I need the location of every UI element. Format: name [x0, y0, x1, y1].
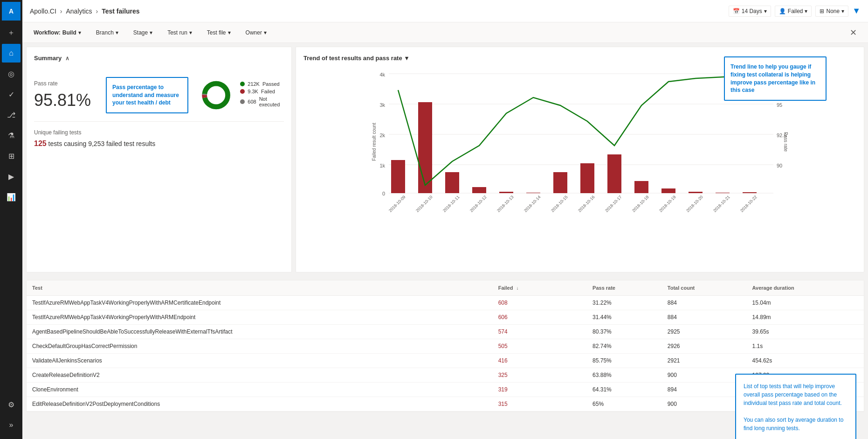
table-row[interactable]: ValidateAllJenkinsScenarios 416 85.75% 2… [27, 354, 864, 368]
cell-arrow [562, 310, 587, 325]
person-icon: 👤 [779, 8, 786, 14]
legend-passed: 212K Passed [240, 81, 284, 87]
sidebar-code-icon[interactable]: ◎ [2, 64, 21, 83]
svg-text:3k: 3k [379, 102, 385, 108]
trend-annotation: Trend line to help you gauge if fixing t… [724, 56, 827, 101]
bar-8 [607, 154, 621, 193]
days-chevron-icon: ▾ [764, 8, 767, 14]
workflow-chevron-icon: ▾ [78, 29, 81, 36]
failed-dot [240, 89, 245, 94]
breadcrumb-sep-1: › [60, 7, 62, 15]
cell-arrow [562, 368, 587, 383]
stage-filter[interactable]: Stage ▾ [130, 28, 156, 38]
col-total[interactable]: Total count [662, 280, 747, 296]
col-avg-dur[interactable]: Average duration [747, 280, 864, 296]
close-button[interactable]: ✕ [846, 25, 861, 40]
testfile-label: Test file [207, 29, 226, 36]
col-failed[interactable]: Failed ↓ [493, 280, 563, 296]
cell-test: TestIfAzureRMWebAppTaskV4WorkingProperly… [27, 310, 493, 325]
cell-avg-dur: 15.04m [747, 296, 864, 310]
sidebar-git-icon[interactable]: ⎇ [2, 105, 21, 124]
table-row[interactable]: TestIfAzureRMWebAppTaskV4WorkingProperly… [27, 296, 864, 310]
svg-text:1k: 1k [379, 163, 385, 168]
bar-11 [689, 192, 703, 193]
sidebar-analytics-icon[interactable]: 📊 [2, 188, 21, 206]
app-logo[interactable]: A [2, 2, 21, 21]
trend-card: Trend of test results and pass rate ▾ Tr… [296, 47, 864, 272]
sidebar-flask-icon[interactable]: ⚗ [2, 126, 21, 145]
cell-total: 884 [662, 296, 747, 310]
testfile-filter[interactable]: Test file ▾ [203, 28, 234, 38]
breadcrumb-analytics[interactable]: Analytics [66, 7, 92, 15]
days-filter-btn[interactable]: 📅 14 Days ▾ [729, 6, 771, 17]
stage-label: Stage [133, 29, 148, 36]
notexec-dot [240, 99, 245, 104]
testrun-filter[interactable]: Test run ▾ [164, 28, 196, 38]
status-filter-btn[interactable]: 👤 Failed ▾ [775, 6, 812, 17]
bar-2 [445, 172, 459, 193]
sidebar-check-icon[interactable]: ✓ [2, 85, 21, 104]
topbar: Apollo.CI › Analytics › Test failures 📅 … [22, 0, 868, 22]
trend-dropdown-icon[interactable]: ▾ [405, 55, 408, 62]
collapse-icon[interactable]: ∧ [65, 55, 69, 62]
bar-7 [580, 163, 594, 193]
pass-rate-annotation: Pass percentage to understand and measur… [106, 77, 188, 113]
cell-failed: 505 [493, 339, 563, 354]
table-row[interactable]: CheckDefaultGroupHasCorrectPermission 50… [27, 339, 864, 354]
cell-failed: 608 [493, 296, 563, 310]
days-filter-label: 14 Days [742, 8, 762, 14]
breadcrumb-current: Test failures [102, 7, 139, 15]
branch-chevron-icon: ▾ [116, 29, 118, 36]
pass-rate-label: Pass rate [34, 80, 91, 87]
annotation-subtitle: You can also sort by average duration to… [744, 416, 848, 432]
cell-pass-rate: 85.75% [587, 354, 662, 368]
pass-rate-section: Pass rate 95.81% Pass percentage to unde… [34, 69, 284, 122]
summary-card: Summary ∧ Pass rate 95.81% Pass percenta… [26, 47, 292, 272]
sidebar-layers-icon[interactable]: ⊞ [2, 146, 21, 165]
chart-legend: 212K Passed 9.3K Failed 608 Not executed [240, 81, 284, 109]
cell-pass-rate: 31.22% [587, 296, 662, 310]
cell-total: 884 [662, 310, 747, 325]
svg-text:2018-10-10: 2018-10-10 [415, 195, 434, 213]
table-row[interactable]: TestIfAzureRMWebAppTaskV4WorkingProperly… [27, 310, 864, 325]
unique-section: Unique failing tests 125 tests causing 9… [34, 129, 284, 148]
cell-arrow [562, 296, 587, 310]
sidebar: A ＋ ⌂ ◎ ✓ ⎇ ⚗ ⊞ ▶ 📊 ⚙ » [0, 0, 22, 439]
notexec-count: 608 [248, 99, 256, 105]
testfile-chevron-icon: ▾ [228, 29, 231, 36]
branch-filter[interactable]: Branch ▾ [92, 28, 122, 38]
cell-pass-rate: 65% [587, 397, 662, 411]
svg-text:2018-10-17: 2018-10-17 [604, 195, 623, 213]
cell-test: EditReleaseDefinitionV2PostDeploymentCon… [27, 397, 493, 411]
testrun-label: Test run [167, 29, 187, 36]
cell-arrow [562, 325, 587, 339]
sidebar-collapse-icon[interactable]: » [2, 416, 21, 434]
workflow-filter[interactable]: Workflow: Build ▾ [30, 28, 85, 38]
sidebar-settings-icon[interactable]: ⚙ [2, 395, 21, 414]
sidebar-plus-icon[interactable]: ＋ [2, 23, 21, 42]
summary-title: Summary [34, 55, 62, 62]
bar-6 [553, 172, 567, 193]
svg-text:2018-10-15: 2018-10-15 [550, 195, 569, 213]
cell-arrow [562, 354, 587, 368]
filter-funnel-icon[interactable]: ▼ [852, 6, 861, 16]
sidebar-home-icon[interactable]: ⌂ [2, 44, 21, 63]
pass-rate-block: Pass rate 95.81% [34, 80, 91, 110]
failed-count-legend: 9.3K [248, 89, 258, 94]
breadcrumb-app[interactable]: Apollo.CI [30, 7, 56, 15]
svg-text:2018-10-09: 2018-10-09 [388, 195, 406, 213]
sidebar-deploy-icon[interactable]: ▶ [2, 167, 21, 186]
owner-filter[interactable]: Owner ▾ [242, 28, 270, 38]
svg-point-1 [205, 84, 228, 107]
unique-count-line: 125 tests causing 9,253 failed test resu… [34, 139, 284, 148]
none-filter-btn[interactable]: ⊞ None ▾ [815, 6, 848, 17]
svg-text:2018-10-20: 2018-10-20 [685, 195, 704, 213]
cell-pass-rate: 31.44% [587, 310, 662, 325]
svg-text:2018-10-18: 2018-10-18 [631, 195, 650, 213]
table-head: Test Failed ↓ Pass rate Total count Aver… [27, 280, 864, 296]
col-pass-rate[interactable]: Pass rate [587, 280, 662, 296]
legend-notexec: 608 Not executed [240, 96, 284, 107]
bar-3 [472, 187, 486, 193]
breadcrumb-sep-2: › [96, 7, 98, 15]
table-row[interactable]: AgentBasedPipelineShouldBeAbleToSuccessf… [27, 325, 864, 339]
